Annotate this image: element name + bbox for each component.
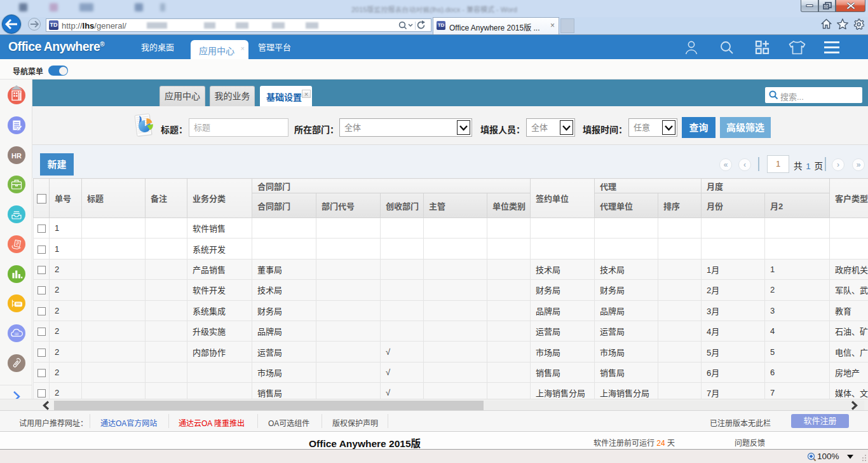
svg-text:i10: i10 <box>15 333 19 336</box>
